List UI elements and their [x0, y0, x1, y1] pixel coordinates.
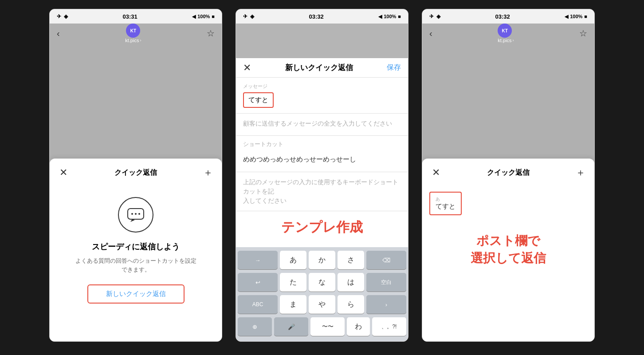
phone2-message-label: メッセージ: [243, 83, 401, 90]
phone1: ✈ ◈ 03:31 ◀ 100% ■ ‹ KT kt.pics ›: [49, 9, 222, 342]
svg-point-2: [135, 213, 137, 215]
phone2-message-highlighted-box: てすと: [243, 92, 274, 108]
phone2-kb-delete-key[interactable]: ⌫: [366, 251, 406, 269]
phone3-panel-add-button[interactable]: ＋: [574, 166, 587, 179]
phone2-kb-row2: ↩ た な は 空白: [238, 273, 406, 292]
phone3-battery-percent: 100%: [570, 14, 582, 19]
phone1-username: kt.pics ›: [125, 38, 141, 43]
phone1-empty-desc: よくある質問の回答へのショートカットを設定できます。: [75, 256, 196, 274]
phone2-save-button[interactable]: 保存: [387, 63, 401, 72]
phone3-battery-icon: ■: [584, 14, 587, 19]
phone2-status-icons: ◀ 100% ■: [378, 14, 401, 20]
phone2-gray-top: ✈ ◈ 03:32 ◀ 100% ■: [236, 9, 408, 58]
phone3-time: 03:32: [495, 13, 510, 20]
phone2-battery-icon: ■: [398, 14, 401, 19]
phone2-kb-ka-key[interactable]: か: [309, 251, 335, 269]
phone2-kb-arrow-key[interactable]: →: [238, 251, 278, 269]
phone2-time: 03:32: [309, 13, 323, 20]
phone2-kb-punct-key[interactable]: 、。?!: [372, 317, 406, 336]
phone2-kb-wa-key[interactable]: わ: [347, 317, 369, 336]
phone1-speech-bubble-icon: [118, 197, 153, 233]
phone3-quick-reply-panel: ✕ クイック返信 ＋ あ てすと ポスト欄で選択して返信: [422, 158, 594, 341]
phone3-status-bar: ✈ ◈ 03:32 ◀ 100% ■: [422, 9, 594, 24]
phone3-item-main-text: てすと: [436, 202, 456, 211]
phone1-dm-background: ‹ KT kt.pics › ☆: [50, 24, 222, 174]
phone3-airplane-icon: ✈: [429, 13, 434, 20]
phone3-back-button[interactable]: ‹: [429, 28, 432, 39]
phone1-empty-state: スピーディに返信しよう よくある質問の回答へのショートカットを設定できます。 新…: [57, 188, 215, 312]
phone3-panel-title: クイック返信: [443, 168, 574, 178]
phone3-username: kt.pics ›: [498, 38, 514, 43]
phone3-annotation-area: ポスト欄で選択して返信: [429, 232, 587, 267]
phone3-nav: ‹ KT kt.pics › ☆: [422, 24, 594, 43]
phone3: ✈ ◈ 03:32 ◀ 100% ■ ‹ KT kt.pics ›: [422, 9, 595, 342]
main-container: ✈ ◈ 03:31 ◀ 100% ■ ‹ KT kt.pics ›: [0, 0, 644, 355]
phone1-panel-title: クイック返信: [70, 168, 201, 178]
phone2-kb-ya-key[interactable]: や: [309, 295, 335, 314]
phone2-annotation-text: テンプレ作成: [281, 220, 363, 234]
phone2-shortcut-field[interactable]: めめつめっめっせめっせーめっせーし: [236, 150, 408, 172]
phone3-highlighted-item[interactable]: あ てすと: [429, 192, 462, 215]
phone2-kb-na-key[interactable]: な: [309, 273, 335, 292]
phone2-kb-globe-key[interactable]: ⊕: [238, 317, 272, 336]
phone2-kb-ha-key[interactable]: は: [338, 273, 364, 292]
phone2-kb-return-key[interactable]: ↩: [238, 273, 278, 292]
phone1-airplane-icon: ✈: [57, 13, 61, 20]
phone3-dm-background: ‹ KT kt.pics › ☆: [422, 24, 594, 174]
phone1-wifi-icon: ◈: [64, 13, 68, 20]
phone1-back-button[interactable]: ‹: [57, 28, 60, 39]
phone2-shortcut-value: めめつめっめっせめっせーめっせーし: [243, 155, 401, 164]
phone2-kb-ra-key[interactable]: ら: [338, 295, 364, 314]
phone2-kb-ta-key[interactable]: た: [280, 273, 306, 292]
phone1-signal-icon: ◀: [192, 14, 196, 20]
phone2-kb-row3: ABC ま や ら ›: [238, 295, 406, 314]
phone2-kb-mic-key[interactable]: 🎤: [274, 317, 308, 336]
phone2: ✈ ◈ 03:32 ◀ 100% ■ ✕ 新しいクイック返信 保存: [236, 9, 408, 342]
phone2-keyboard: → あ か さ ⌫ ↩ た な は 空白 ABC ま や ら › ⊕: [236, 247, 408, 341]
phone3-status-left: ✈ ◈: [429, 13, 440, 20]
phone2-status-bar: ✈ ◈ 03:32 ◀ 100% ■: [236, 9, 408, 24]
phone2-kb-ma-key[interactable]: ま: [280, 295, 306, 314]
phone1-time: 03:31: [122, 13, 137, 20]
phone2-battery-percent: 100%: [384, 14, 396, 19]
phone3-profile[interactable]: KT kt.pics ›: [498, 24, 514, 43]
phone1-status-icons: ◀ 100% ■: [192, 14, 215, 20]
phone1-panel-header: ✕ クイック返信 ＋: [57, 166, 215, 179]
phone1-battery-percent: 100%: [197, 14, 210, 19]
phone1-avatar: KT: [126, 24, 140, 38]
phone2-message-placeholder: 顧客に送信するメッセージの全文を入力してください: [243, 119, 401, 128]
phone2-kb-tilde-key[interactable]: 〜〜: [310, 317, 345, 336]
phone2-kb-space-key[interactable]: 空白: [366, 273, 406, 292]
phone3-panel-header: ✕ クイック返信 ＋: [429, 166, 587, 179]
phone2-message-value: てすと: [248, 96, 268, 103]
svg-point-1: [131, 213, 133, 215]
phone1-star-button[interactable]: ☆: [207, 28, 215, 39]
phone2-kb-next-key[interactable]: ›: [366, 295, 406, 314]
phone1-chevron-icon: ›: [140, 38, 141, 43]
phone3-annotation-text: ポスト欄で選択して返信: [429, 232, 587, 267]
phone2-kb-sa-key[interactable]: さ: [338, 251, 364, 269]
phone2-message-placeholder-field: 顧客に送信するメッセージの全文を入力してください: [236, 114, 408, 136]
phone2-shortcut-label: ショートカット: [236, 136, 408, 150]
phone3-item-small-label: あ: [436, 196, 456, 202]
phone2-shortcut-placeholder: 上記のメッセージの入力に使用するキーボードショートカットを記入してください: [243, 178, 401, 205]
phone3-avatar: KT: [498, 24, 512, 38]
phone2-form-area: ✕ 新しいクイック返信 保存 メッセージ てすと 顧客に送信するメッセージの全文…: [236, 58, 408, 243]
phone3-panel-close-button[interactable]: ✕: [429, 167, 443, 178]
phone1-new-quick-reply-button[interactable]: 新しいクイック返信: [87, 284, 185, 304]
phone2-kb-a-key[interactable]: あ: [280, 251, 306, 269]
phone3-star-button[interactable]: ☆: [579, 28, 587, 39]
phone2-nav-title: 新しいクイック返信: [285, 63, 353, 73]
svg-point-3: [138, 213, 140, 215]
phone2-nav: ✕ 新しいクイック返信 保存: [236, 58, 408, 78]
phone1-status-left: ✈ ◈: [57, 13, 68, 20]
phone1-panel-close-button[interactable]: ✕: [57, 167, 70, 178]
phone1-panel-add-button[interactable]: ＋: [201, 166, 215, 179]
phone2-kb-row4: ⊕ 🎤 〜〜 わ 、。?!: [238, 317, 406, 336]
phone3-chevron-icon: ›: [512, 38, 514, 43]
phone2-wifi-icon: ◈: [250, 13, 254, 20]
phone1-profile[interactable]: KT kt.pics ›: [125, 24, 141, 43]
phone2-kb-abc-key[interactable]: ABC: [238, 295, 278, 314]
phone2-close-button[interactable]: ✕: [243, 62, 251, 74]
phone2-message-field[interactable]: メッセージ てすと: [236, 78, 408, 114]
